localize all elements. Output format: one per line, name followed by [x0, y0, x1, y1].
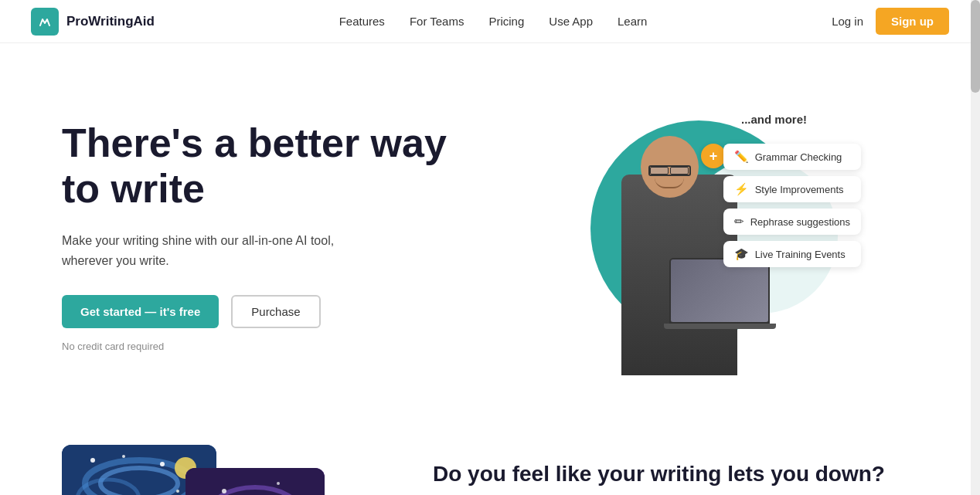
section-two-right: Do you feel like your writing lets you d…: [433, 445, 918, 495]
hero-left: There's a better way to write Make your …: [62, 120, 464, 353]
plus-badge: +: [701, 144, 726, 168]
hero-subtitle: Make your writing shine with our all-in-…: [62, 231, 371, 270]
laptop-base: [664, 324, 776, 329]
nav-features[interactable]: Features: [339, 15, 385, 28]
laptop-container: [669, 258, 776, 329]
feature-pill-rephrase: ✏ Rephrase suggestions: [723, 209, 861, 235]
svg-point-14: [277, 482, 280, 485]
navbar: ProWritingAid Features For Teams Pricing…: [0, 0, 980, 43]
training-label: Live Training Events: [755, 249, 846, 260]
logo-text: ProWritingAid: [66, 14, 155, 29]
scrollbar[interactable]: [971, 0, 980, 495]
nav-for-teams[interactable]: For Teams: [410, 15, 464, 28]
nav-use-app[interactable]: Use App: [549, 15, 593, 28]
image-stack: My idea in my head: [62, 445, 340, 495]
svg-point-7: [160, 462, 165, 466]
signup-button[interactable]: Sign up: [876, 8, 949, 35]
person-head: [641, 136, 699, 198]
hero-title: There's a better way to write: [62, 120, 464, 213]
feature-pill-training: 🎓 Live Training Events: [723, 241, 861, 267]
no-credit-text: No credit card required: [62, 341, 464, 352]
nav-learn[interactable]: Learn: [618, 15, 647, 28]
section-two-title: Do you feel like your writing lets you d…: [433, 460, 918, 488]
nav-links: Features For Teams Pricing Use App Learn: [339, 15, 648, 29]
style-label: Style Improvements: [755, 184, 844, 195]
svg-rect-11: [185, 468, 325, 495]
svg-point-9: [176, 490, 179, 493]
get-started-button[interactable]: Get started — it's free: [62, 295, 219, 328]
scrollbar-thumb[interactable]: [971, 0, 980, 93]
purchase-button[interactable]: Purchase: [231, 295, 320, 328]
svg-point-13: [222, 489, 226, 493]
style-icon: ⚡: [734, 182, 749, 196]
svg-rect-0: [36, 13, 53, 30]
image-card-overlay: [185, 468, 325, 495]
section-two-left: My idea in my head: [62, 445, 386, 495]
feature-pills: ✏️ Grammar Checking ⚡ Style Improvements…: [723, 144, 861, 267]
nav-pricing[interactable]: Pricing: [488, 15, 524, 28]
hero-right: ...and more!: [464, 90, 934, 383]
person-glasses: [648, 165, 691, 176]
section-two: My idea in my head Do you feel like your…: [0, 414, 980, 495]
svg-point-5: [90, 458, 95, 463]
nav-actions: Log in Sign up: [832, 8, 949, 35]
login-button[interactable]: Log in: [832, 15, 863, 28]
hero-illustration: ...and more!: [552, 97, 846, 375]
person-smile: [655, 178, 684, 188]
svg-point-6: [122, 455, 125, 458]
training-icon: 🎓: [734, 247, 749, 261]
rephrase-icon: ✏: [734, 215, 744, 229]
hero-section: There's a better way to write Make your …: [0, 43, 980, 414]
grammar-icon: ✏️: [734, 150, 749, 164]
grammar-label: Grammar Checking: [755, 151, 842, 163]
logo-icon: [31, 8, 59, 36]
laptop-screen: [669, 258, 770, 324]
feature-pill-style: ⚡ Style Improvements: [723, 176, 861, 202]
logo-link[interactable]: ProWritingAid: [31, 8, 155, 36]
rephrase-label: Rephrase suggestions: [750, 216, 850, 228]
feature-pill-grammar: ✏️ Grammar Checking: [723, 144, 861, 170]
more-label: ...and more!: [741, 113, 807, 126]
hero-buttons: Get started — it's free Purchase: [62, 295, 464, 328]
